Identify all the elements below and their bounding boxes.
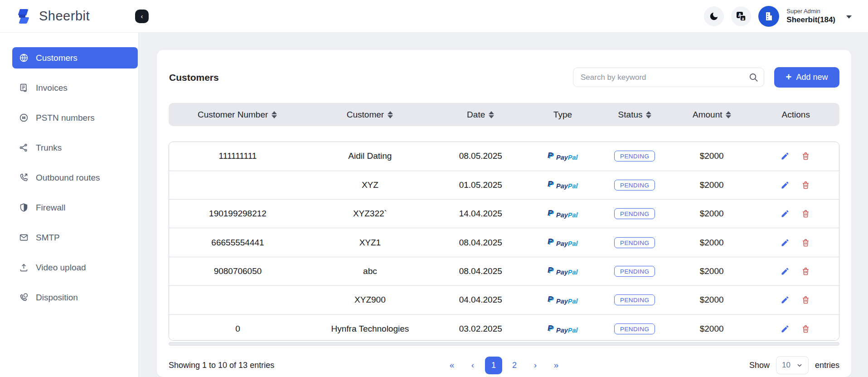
sort-icon[interactable] xyxy=(272,111,277,118)
pagination-page-2[interactable]: 2 xyxy=(506,357,523,374)
sidebar-item-label: Invoices xyxy=(36,83,68,93)
sidebar-item-invoices[interactable]: Invoices xyxy=(12,77,138,98)
cell-type: PP PayPal xyxy=(528,295,598,305)
cell-status: PENDING xyxy=(598,294,672,305)
cell-customer-number: 111111111 xyxy=(169,151,306,161)
sidebar-item-outbound-routes[interactable]: Outbound routes xyxy=(12,167,138,188)
sidebar-item-label: Trunks xyxy=(36,143,62,153)
envelope-icon xyxy=(19,233,29,242)
cell-customer: XYZ900 xyxy=(306,295,434,305)
account-dropdown-caret-icon[interactable] xyxy=(846,15,852,19)
search-box xyxy=(573,68,764,87)
globe-icon xyxy=(19,53,29,63)
edit-button[interactable] xyxy=(781,324,790,333)
customers-card: Customers + Add new Customer Number xyxy=(157,50,851,377)
pagination-next-button[interactable]: › xyxy=(527,357,544,374)
sheerbit-logo-icon xyxy=(14,6,34,26)
shield-icon xyxy=(19,203,29,212)
pagination-first-button[interactable]: « xyxy=(443,357,461,374)
sort-icon[interactable] xyxy=(646,111,651,118)
page-size-select[interactable]: 10 xyxy=(776,356,809,374)
sort-icon[interactable] xyxy=(489,111,494,118)
delete-button[interactable] xyxy=(801,295,810,304)
sidebar-item-video-upload[interactable]: Video upload xyxy=(12,257,138,278)
edit-button[interactable] xyxy=(781,295,790,304)
edit-button[interactable] xyxy=(781,209,790,218)
cell-actions xyxy=(752,324,839,333)
cell-actions xyxy=(752,209,839,218)
cell-amount: $2000 xyxy=(671,295,752,305)
cell-status: PENDING xyxy=(598,266,672,277)
sidebar-item-customers[interactable]: Customers xyxy=(12,47,138,69)
sort-icon[interactable] xyxy=(388,111,393,118)
column-header-status[interactable]: Status xyxy=(598,110,672,120)
sidebar-item-trunks[interactable]: Trunks xyxy=(12,137,138,158)
delete-button[interactable] xyxy=(801,181,810,190)
cell-status: PENDING xyxy=(598,208,672,219)
cell-customer: XYZ xyxy=(306,180,434,190)
page-size-control: Show 10 entries xyxy=(749,356,839,374)
delete-button[interactable] xyxy=(801,324,810,333)
cell-customer: XYZ1 xyxy=(306,238,434,248)
cell-actions xyxy=(752,267,839,276)
search-input[interactable] xyxy=(573,68,764,87)
horizontal-scrollbar[interactable] xyxy=(169,342,839,346)
add-new-button[interactable]: + Add new xyxy=(774,67,839,88)
delete-button[interactable] xyxy=(801,267,810,276)
showing-entries-text: Showing 1 to 10 of 13 entries xyxy=(169,361,274,370)
pencil-icon xyxy=(781,152,790,161)
delete-button[interactable] xyxy=(801,238,810,247)
edit-button[interactable] xyxy=(781,267,790,276)
pagination-last-button[interactable]: » xyxy=(548,357,565,374)
cell-type: PP PayPal xyxy=(528,238,598,247)
upload-icon xyxy=(19,263,29,272)
cell-date: 14.04.2025 xyxy=(434,209,528,219)
column-header-customer[interactable]: Customer xyxy=(306,110,433,120)
sidebar-item-pstn-numbers[interactable]: PSTN numbers xyxy=(12,107,138,128)
account-avatar[interactable] xyxy=(758,6,779,27)
paypal-mark-icon: PP xyxy=(548,152,554,160)
pagination-prev-button[interactable]: ‹ xyxy=(464,357,481,374)
cell-date: 03.02.2025 xyxy=(434,324,528,334)
cell-amount: $2000 xyxy=(671,238,752,248)
table-row: 66655554441 XYZ1 08.04.2025 PP PayPal PE… xyxy=(169,228,839,257)
cell-status: PENDING xyxy=(598,180,672,191)
delete-button[interactable] xyxy=(801,209,810,218)
cell-customer-number: 0 xyxy=(169,324,306,334)
column-header-type: Type xyxy=(528,110,598,120)
dark-mode-toggle[interactable] xyxy=(704,6,724,26)
language-switcher[interactable]: A a xyxy=(731,6,751,26)
paypal-logo: PP PayPal xyxy=(548,180,578,190)
column-header-amount[interactable]: Amount xyxy=(672,110,752,120)
paypal-mark-icon: PP xyxy=(548,238,554,246)
account-info[interactable]: Super Admin Sheerbit(184) xyxy=(786,8,835,25)
cell-customer: abc xyxy=(306,266,434,276)
sidebar-collapse-button[interactable]: ‹ xyxy=(135,10,149,23)
paypal-mark-icon: PP xyxy=(548,209,554,217)
delete-button[interactable] xyxy=(801,152,810,161)
status-badge: PENDING xyxy=(614,208,655,219)
hash-circle-icon xyxy=(19,113,29,122)
paypal-logo: PP PayPal xyxy=(548,324,578,334)
edit-button[interactable] xyxy=(781,238,790,247)
sidebar-item-disposition[interactable]: Disposition xyxy=(12,287,138,308)
cell-customer: Hynfra Technologies xyxy=(306,324,434,334)
page-title: Customers xyxy=(169,72,219,83)
trash-icon xyxy=(801,295,810,304)
search-icon[interactable] xyxy=(748,72,759,83)
cell-date: 04.04.2025 xyxy=(434,295,528,305)
sort-icon[interactable] xyxy=(726,111,731,118)
table-row: XYZ900 04.04.2025 PP PayPal PENDING $200… xyxy=(169,286,839,314)
plus-icon: + xyxy=(786,72,792,82)
sidebar-item-firewall[interactable]: Firewall xyxy=(12,197,138,218)
phone-chat-icon xyxy=(19,293,29,302)
sidebar-item-label: Firewall xyxy=(36,203,65,213)
pagination-page-1[interactable]: 1 xyxy=(485,357,502,374)
column-header-customer-number[interactable]: Customer Number xyxy=(169,110,306,120)
edit-button[interactable] xyxy=(781,152,790,161)
column-header-date[interactable]: Date xyxy=(434,110,528,120)
sidebar-item-smtp[interactable]: SMTP xyxy=(12,227,138,248)
edit-button[interactable] xyxy=(781,181,790,190)
cell-customer-number: 9080706050 xyxy=(169,266,306,276)
sidebar-item-label: Video upload xyxy=(36,263,86,273)
